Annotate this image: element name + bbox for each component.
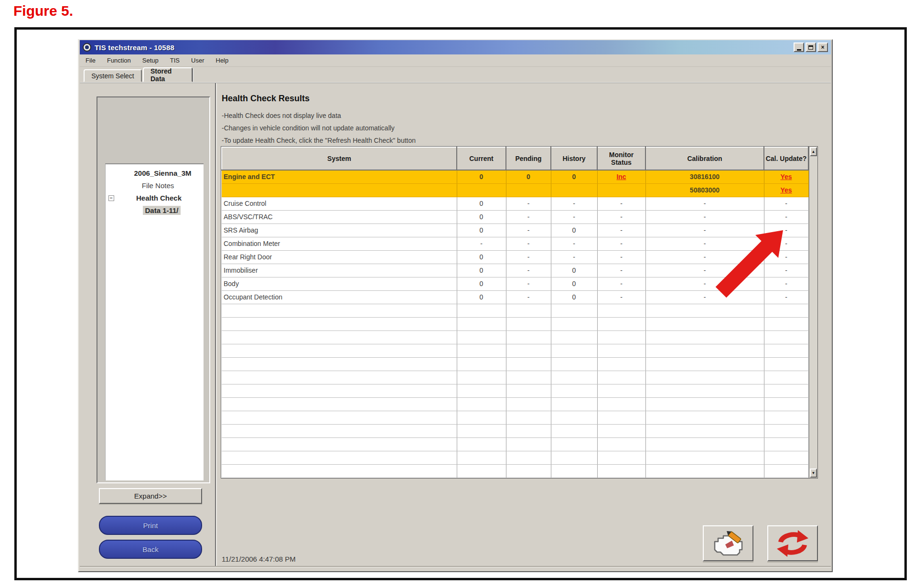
cell-current [457,384,506,397]
cell-monitor-link[interactable]: Inc [597,170,645,183]
window-title: TIS techstream - 10588 [95,43,174,52]
cell-cal_update [764,330,808,344]
cell-history: 0 [551,170,597,183]
cell-system [222,437,457,451]
cell-calibration [645,371,764,384]
cell-system [222,411,457,424]
cell-cal_update-link[interactable]: Yes [764,183,808,197]
table-row[interactable] [222,317,808,330]
scroll-up-icon[interactable]: ▲ [810,147,817,156]
title-bar: TIS techstream - 10588 × [80,40,831,54]
table-row[interactable]: Cruise Control0----- [222,197,808,210]
cell-cal_update-link[interactable]: Yes [764,170,808,183]
cell-monitor [597,344,645,357]
tree-item-health-check[interactable]: − Health Check [114,192,204,204]
table-row[interactable] [222,451,808,464]
cell-pending [506,304,551,317]
cell-pending [506,183,551,197]
cell-history [551,357,597,371]
cell-current: 0 [457,250,506,264]
tree-collapse-icon[interactable]: − [108,195,114,201]
cell-system: ABS/VSC/TRAC [222,210,457,224]
table-row[interactable] [222,464,808,478]
maximize-button[interactable] [806,43,816,52]
table-row[interactable] [222,397,808,411]
col-header-monitor-status: Monitor Status [597,147,645,170]
expand-button[interactable]: Expand>> [99,488,202,504]
col-header-calibration: Calibration [645,147,764,170]
status-bar [80,567,831,571]
table-row[interactable] [222,437,808,451]
cell-history [551,397,597,411]
cell-history [551,344,597,357]
record-timestamp: 11/21/2006 4:47:08 PM [222,555,296,563]
table-row[interactable]: 50803000Yes [222,183,808,197]
file-tree-panel: 2006_Sienna_3M File Notes − Health Check… [97,96,210,483]
close-icon: × [821,44,824,51]
table-row[interactable] [222,371,808,384]
figure-caption: Figure 5. [13,3,73,19]
cell-history [551,424,597,437]
cell-current [457,397,506,411]
cell-pending [506,384,551,397]
menu-setup[interactable]: Setup [142,57,159,64]
menu-file[interactable]: File [86,57,96,64]
table-row[interactable] [222,330,808,344]
cell-monitor: - [597,250,645,264]
cell-system [222,344,457,357]
table-row[interactable] [222,411,808,424]
cell-monitor [597,357,645,371]
cell-system [222,397,457,411]
health-table-body: Engine and ECT000Inc30816100Yes50803000Y… [222,170,808,478]
col-header-history: History [551,147,597,170]
cell-calibration [645,330,764,344]
menu-tis[interactable]: TIS [170,57,180,64]
menu-function[interactable]: Function [107,57,131,64]
back-button[interactable]: Back [99,540,202,559]
cell-current [457,371,506,384]
cell-calibration [645,304,764,317]
menu-user[interactable]: User [191,57,204,64]
cell-calibration: - [645,197,764,210]
cell-pending: - [506,210,551,224]
cell-history: - [551,197,597,210]
cell-pending [506,317,551,330]
cell-pending: - [506,250,551,264]
cell-current [457,183,506,197]
cell-cal_update [764,451,808,464]
cell-system [222,304,457,317]
tree-item-vehicle-file[interactable]: 2006_Sienna_3M [122,167,204,180]
minimize-button[interactable] [794,43,804,52]
menu-help[interactable]: Help [216,57,229,64]
cell-pending [506,344,551,357]
table-row[interactable] [222,304,808,317]
cell-system [222,384,457,397]
cell-monitor [597,437,645,451]
table-scrollbar[interactable]: ▲ ▼ [809,147,817,478]
tree-item-file-notes[interactable]: File Notes [112,180,204,192]
tab-system-select[interactable]: System Select [84,69,142,82]
cell-pending: - [506,197,551,210]
cell-calibration [645,411,764,424]
table-row[interactable] [222,357,808,371]
cell-current: 0 [457,264,506,277]
cell-history: - [551,250,597,264]
table-row[interactable] [222,424,808,437]
close-button[interactable]: × [817,43,828,52]
tab-stored-data[interactable]: Stored Data [143,67,193,82]
tab-bar: System Select Stored Data [80,67,831,83]
print-button[interactable]: Print [99,516,202,535]
table-row[interactable]: Engine and ECT000Inc30816100Yes [222,170,808,183]
table-row[interactable] [222,384,808,397]
tree-item-data-selected[interactable]: Data 1-11/ [120,204,204,217]
cell-monitor: - [597,277,645,290]
cell-current: 0 [457,210,506,224]
scroll-down-icon[interactable]: ▼ [810,469,817,478]
cell-monitor [597,183,645,197]
customize-health-check-button[interactable] [703,525,753,561]
cell-history [551,464,597,478]
cell-pending: - [506,277,551,290]
health-check-table: System Current Pending History Monitor S… [221,146,818,479]
table-row[interactable] [222,344,808,357]
refresh-health-check-button[interactable] [767,525,818,561]
